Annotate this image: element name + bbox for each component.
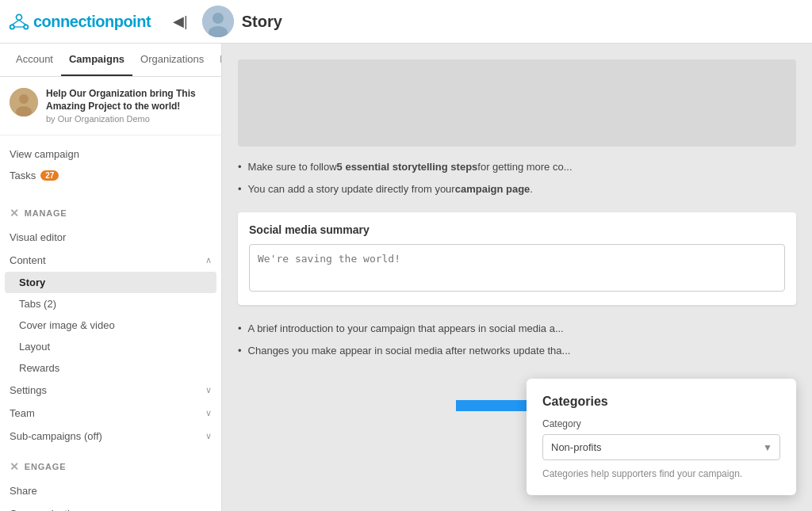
tabs-sub-item[interactable]: Tabs (2)	[0, 293, 221, 315]
tab-organizations[interactable]: Organizations	[132, 44, 212, 76]
rewards-label: Rewards	[19, 362, 59, 374]
cover-image-label: Cover image & video	[19, 319, 115, 331]
main-layout: Account Campaigns Organizations Enterpri…	[0, 44, 812, 511]
team-item[interactable]: Team ∨	[0, 402, 221, 425]
logo-icon	[8, 10, 30, 32]
tip-item-1: Make sure to follow 5 essential storytel…	[238, 159, 796, 175]
rewards-sub-item[interactable]: Rewards	[0, 357, 221, 379]
tab-campaigns[interactable]: Campaigns	[61, 44, 132, 76]
social-bullets: A brief introduction to your campaign th…	[238, 321, 796, 358]
content-label: Content	[10, 254, 46, 266]
tab-enterprise[interactable]: Enterprise	[212, 44, 222, 76]
view-campaign-link[interactable]: View campaign	[10, 143, 212, 165]
tasks-link[interactable]: Tasks 27	[10, 165, 212, 186]
avatar-image	[202, 6, 234, 37]
content-item[interactable]: Content ∧	[0, 249, 221, 272]
category-label: Category	[542, 418, 780, 429]
svg-point-1	[10, 25, 14, 29]
engage-section-header: ✕ ENGAGE	[10, 454, 212, 476]
social-media-textarea[interactable]	[249, 244, 785, 292]
settings-item[interactable]: Settings ∨	[0, 379, 221, 402]
engage-section: ✕ ENGAGE	[0, 448, 221, 479]
settings-label: Settings	[10, 384, 47, 396]
engage-icon: ✕	[10, 460, 20, 473]
manage-label: MANAGE	[25, 208, 67, 218]
svg-line-4	[19, 20, 26, 25]
tabs-label: Tabs (2)	[19, 298, 56, 310]
campaign-item[interactable]: Help Our Organization bring This Amazing…	[0, 77, 221, 135]
social-media-section: Social media summary	[238, 212, 796, 305]
layout-sub-item[interactable]: Layout	[0, 336, 221, 357]
content-chevron: ∧	[205, 255, 212, 265]
logo: connectionpoint	[8, 10, 151, 32]
manage-section-header: ✕ MANAGE	[10, 200, 212, 223]
svg-point-2	[24, 25, 28, 29]
sidebar: Account Campaigns Organizations Enterpri…	[0, 44, 222, 511]
story-sub-item[interactable]: Story	[5, 272, 216, 293]
manage-section: ✕ MANAGE	[0, 194, 221, 226]
social-tip-2: Changes you make appear in social media …	[238, 343, 796, 359]
story-tips: Make sure to follow 5 essential storytel…	[238, 159, 796, 196]
campaign-title: Help Our Organization bring This Amazing…	[46, 88, 212, 112]
layout-label: Layout	[19, 341, 50, 353]
tasks-label: Tasks	[10, 170, 36, 181]
category-select-wrapper: Non-profits Arts & Culture Education Hea…	[542, 434, 780, 460]
campaign-avatar	[10, 88, 38, 116]
categories-panel: Categories Category Non-profits Arts & C…	[527, 379, 796, 495]
cover-image-sub-item[interactable]: Cover image & video	[0, 315, 221, 336]
page-header-avatar	[202, 6, 234, 37]
categories-help-text: Categories help supporters find your cam…	[542, 468, 780, 479]
tab-account[interactable]: Account	[8, 44, 61, 76]
categories-title: Categories	[542, 395, 780, 409]
campaign-info: Help Our Organization bring This Amazing…	[46, 88, 212, 124]
visual-editor-item[interactable]: Visual editor	[0, 226, 221, 249]
visual-editor-label: Visual editor	[10, 231, 66, 243]
story-label: Story	[19, 276, 45, 288]
logo-text: connectionpoint	[33, 13, 151, 31]
manage-icon: ✕	[10, 207, 20, 219]
communications-item[interactable]: Communications ∨	[0, 502, 221, 511]
settings-chevron: ∨	[205, 385, 212, 395]
engage-label: ENGAGE	[25, 462, 66, 471]
page-title: Story	[242, 13, 282, 31]
team-label: Team	[10, 407, 35, 419]
share-item[interactable]: Share	[0, 479, 221, 502]
svg-point-7	[213, 13, 224, 24]
svg-point-10	[19, 94, 29, 104]
sidebar-nav-tabs: Account Campaigns Organizations Enterpri…	[0, 44, 221, 77]
sub-campaigns-chevron: ∨	[205, 431, 212, 441]
category-select[interactable]: Non-profits Arts & Culture Education Hea…	[542, 434, 780, 460]
main-content: Make sure to follow 5 essential storytel…	[222, 44, 812, 511]
social-tip-1: A brief introduction to your campaign th…	[238, 321, 796, 337]
svg-point-0	[17, 14, 22, 20]
tip-item-2: You can add a story update directly from…	[238, 181, 796, 197]
sub-campaigns-label: Sub-campaigns (off)	[10, 430, 102, 442]
share-label: Share	[10, 485, 37, 497]
campaign-avatar-image	[10, 88, 38, 116]
story-editor-placeholder	[238, 59, 796, 147]
campaign-by: by Our Organization Demo	[46, 114, 212, 124]
social-media-label: Social media summary	[249, 223, 785, 236]
sidebar-quick-links: View campaign Tasks 27	[0, 135, 221, 194]
communications-label: Communications	[10, 508, 86, 511]
svg-line-3	[12, 20, 19, 25]
team-chevron: ∨	[205, 408, 212, 418]
sub-campaigns-item[interactable]: Sub-campaigns (off) ∨	[0, 425, 221, 448]
tasks-badge: 27	[40, 170, 59, 181]
top-bar: connectionpoint ◀| Story	[0, 0, 812, 44]
collapse-sidebar-button[interactable]: ◀|	[167, 10, 194, 33]
